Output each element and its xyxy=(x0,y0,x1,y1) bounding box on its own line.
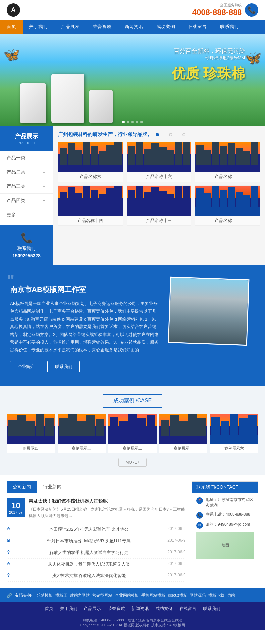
products-header: 广州包装材料的研发生产，行业领导品牌。 xyxy=(58,131,260,138)
product-thumb-2 xyxy=(127,142,191,172)
cases-grid: 例展示四 案例展示三 案例展示二 xyxy=(7,414,258,453)
header: A 全国服务热线 4008-888-888 📞 xyxy=(0,0,265,20)
news-list-item-4[interactable]: 从肉体变机器，我们迎代人机混现巡见人类 2017-06-9 xyxy=(7,559,186,570)
prod-dot-2[interactable] xyxy=(169,133,172,136)
news-tab-company[interactable]: 公司新闻 xyxy=(7,481,37,493)
friend-link-9[interactable]: 模板下载 xyxy=(208,593,224,598)
case-card-3[interactable]: 案例展示二 xyxy=(108,414,157,453)
bottom-nav-products[interactable]: 产品展示 xyxy=(84,606,101,612)
friend-link-8[interactable]: 网站源码 xyxy=(190,593,206,598)
contact-phone-icon: 📞 xyxy=(196,512,203,519)
nav-item-about[interactable]: 关于我们 xyxy=(23,20,54,34)
bottom-nav-honor[interactable]: 荣誉资质 xyxy=(108,606,125,612)
sidebar-menu-item-3[interactable]: 产品三类 ＋ xyxy=(0,179,53,194)
product-card-1[interactable]: 产品名称六 xyxy=(58,142,123,182)
about-contact-button[interactable]: 联系我们 xyxy=(47,361,80,372)
banner-dot-2[interactable] xyxy=(127,121,129,123)
case-thumb-2 xyxy=(58,414,106,444)
bottom-nav-message[interactable]: 在线留言 xyxy=(179,606,196,612)
location-icon: 📍 xyxy=(196,497,203,504)
sidebar-expand-icon-2: ＋ xyxy=(42,169,46,175)
prod-dot-3[interactable] xyxy=(182,133,186,136)
product-card-2[interactable]: 产品名称十六 xyxy=(127,142,192,182)
friend-link-7[interactable]: discuz模板 xyxy=(168,593,187,598)
case-card-4[interactable]: 案例展示一 xyxy=(159,414,208,453)
banner-dot-3[interactable] xyxy=(131,121,134,123)
banner-dot-4[interactable] xyxy=(136,121,138,123)
nav-item-honor[interactable]: 荣誉资质 xyxy=(86,20,118,34)
friend-link-1[interactable]: 乐梦模板 xyxy=(37,593,53,598)
friend-link-10[interactable]: 仿站 xyxy=(227,593,235,598)
news-featured-title[interactable]: 善及太快！我们该不该让机器人征税呢 xyxy=(29,498,186,504)
banner-dot-5[interactable] xyxy=(140,121,143,123)
about-intro-button[interactable]: 企业简介 xyxy=(10,361,42,372)
sidebar-more-icon: ＋ xyxy=(42,212,46,218)
case-name-5: 案例展示六 xyxy=(210,444,258,453)
nav-item-cases[interactable]: 成功案例 xyxy=(150,20,182,34)
sidebar-item-label-2: 产品二类 xyxy=(7,169,25,175)
bottom-nav-contact[interactable]: 联系我们 xyxy=(203,606,220,612)
banner-dot-1[interactable] xyxy=(122,121,125,123)
about-buttons: 企业简介 联系我们 xyxy=(10,361,159,372)
friend-link-2[interactable]: 模板王 xyxy=(55,593,67,598)
sidebar-title: 产品展示 PRODUCT xyxy=(0,126,53,151)
banner-slogan1: 百分百全新料，环保无污染 xyxy=(172,47,245,55)
products-grid: 产品名称六 产品名称十六 产品名称十五 xyxy=(58,142,260,226)
sidebar-menu-item-4[interactable]: 产品四类 ＋ xyxy=(0,194,53,208)
sidebar-menu-more[interactable]: 更多 ＋ xyxy=(0,208,53,222)
sidebar-item-label-3: 产品三类 xyxy=(7,183,25,189)
news-left: 公司新闻 行业新闻 10 2017-07 善及太快！我们该不该让机器人征税呢 《… xyxy=(7,481,186,582)
product-thumb-4 xyxy=(58,186,123,216)
product-name-6: 产品名称十二 xyxy=(195,216,260,225)
case-card-1[interactable]: 例展示四 xyxy=(7,414,55,453)
nav-item-news[interactable]: 新闻资讯 xyxy=(118,20,150,34)
product-card-6[interactable]: 产品名称十二 xyxy=(195,185,260,226)
product-name-5: 产品名称十三 xyxy=(127,216,191,225)
product-card-4[interactable]: 产品名称十四 xyxy=(58,185,123,226)
news-list-title-5: 强大技术支撑 谷歌输入法算法优化智能 xyxy=(52,573,126,579)
sidebar-menu-item-1[interactable]: 产品一类 ＋ xyxy=(0,151,53,165)
bottom-nav-news[interactable]: 新闻资讯 xyxy=(132,606,149,612)
sidebar-contact-phone: 15092955328 xyxy=(3,253,50,258)
nav-item-home[interactable]: 首页 xyxy=(0,20,23,34)
sidebar-more-label: 更多 xyxy=(7,212,16,218)
contact-phone-row: 📞 联系电话：4008-888-888 xyxy=(196,512,254,519)
news-list-item-1[interactable]: 本田预计2025年推无人驾驶汽车 比其他公 2017-06-9 xyxy=(7,524,186,535)
bottom-nav-about[interactable]: 关于我们 xyxy=(60,606,77,612)
nav-item-contact[interactable]: 联系我们 xyxy=(213,20,245,34)
contact-phone: 联系电话：4008-888-888 xyxy=(206,512,250,517)
logo: A xyxy=(7,3,20,17)
product-name-3: 产品名称十五 xyxy=(195,172,260,182)
contact-email: 邮箱：9490489@qq.com xyxy=(206,522,250,527)
news-tab-industry[interactable]: 行业新闻 xyxy=(37,481,68,493)
bottom-nav-home[interactable]: 首页 xyxy=(45,606,53,612)
prod-dot-1[interactable] xyxy=(156,133,159,136)
logo-letter: A xyxy=(11,6,16,13)
footer-address: 地址：江苏省南京市玄武区玄武湖 xyxy=(128,618,182,622)
product-card-3[interactable]: 产品名称十五 xyxy=(195,142,260,182)
banner-dots xyxy=(122,121,143,123)
bottom-nav-cases[interactable]: 成功案例 xyxy=(155,606,173,612)
news-list-item-2[interactable]: 针对日本市场推出Link移步VR 头显U11专属 2017-06-9 xyxy=(7,535,186,547)
news-list-item-5[interactable]: 强大技术支撑 谷歌输入法算法优化智能 2017-06-9 xyxy=(7,570,186,582)
news-list-date-4: 2017-06-9 xyxy=(167,561,186,567)
friend-link-5[interactable]: 企业网站模板 xyxy=(115,593,139,598)
sidebar-item-label-1: 产品一类 xyxy=(7,155,25,161)
case-name-1: 例展示四 xyxy=(7,444,55,453)
nav-item-message[interactable]: 在线留言 xyxy=(182,20,213,34)
friend-link-3[interactable]: 建站之网站 xyxy=(70,593,90,598)
news-section: 公司新闻 行业新闻 10 2017-07 善及太快！我们该不该让机器人征税呢 《… xyxy=(0,475,265,588)
product-card-5[interactable]: 产品名称十三 xyxy=(127,185,192,226)
cases-more-button[interactable]: MORE+ xyxy=(118,458,146,467)
case-name-3: 案例展示二 xyxy=(108,444,157,453)
contact-address-row: 📍 地址：江苏省南京市玄武区玄武湖 xyxy=(196,497,254,508)
product-name-4: 产品名称十四 xyxy=(58,216,123,225)
case-card-5[interactable]: 案例展示六 xyxy=(210,414,258,453)
sidebar-menu-item-2[interactable]: 产品二类 ＋ xyxy=(0,165,53,179)
product-thumb-1 xyxy=(58,142,123,172)
friend-link-4[interactable]: 营销型网站 xyxy=(92,593,112,598)
friend-link-6[interactable]: 手机网站模板 xyxy=(141,593,165,598)
case-card-2[interactable]: 案例展示三 xyxy=(58,414,106,453)
news-list-item-3[interactable]: 解放人类的双手 机器人尝试自主学习行走 2017-06-9 xyxy=(7,547,186,559)
nav-item-products[interactable]: 产品展示 xyxy=(54,20,86,34)
